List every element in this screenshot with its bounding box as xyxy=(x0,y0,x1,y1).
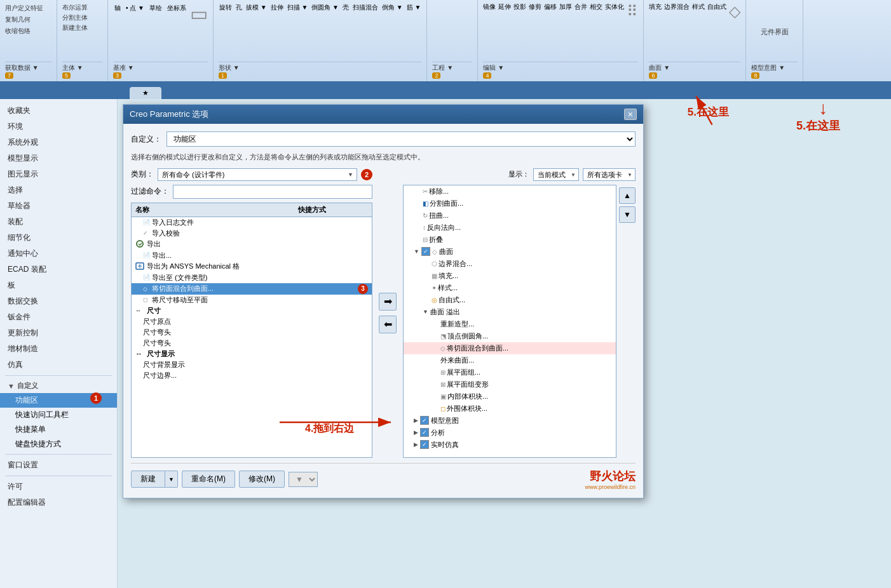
sidebar-item-quick-access[interactable]: 快速访问工具栏 xyxy=(0,408,117,422)
sidebar-item-environment[interactable]: 环境 xyxy=(0,119,117,135)
sidebar-item-config-editor[interactable]: 配置编辑器 xyxy=(0,495,117,511)
toolbar-shrink[interactable]: 收缩包络 xyxy=(5,25,51,37)
toolbar-bool[interactable]: 布尔运算 xyxy=(62,3,102,13)
col-shortcut-header[interactable]: 快捷方式 xyxy=(298,205,368,215)
cmd-item-3[interactable]: 📄 导出... xyxy=(132,250,372,261)
tree-item-style[interactable]: ✦ 样式... xyxy=(404,282,616,294)
cmd-item-4[interactable]: 导出为 ANSYS Mechanical 格 xyxy=(132,261,372,272)
tree-item-external-surface[interactable]: 外来曲面... xyxy=(404,354,616,366)
toolbar-edit[interactable]: 编辑 ▼ xyxy=(483,62,638,72)
toolbar-shell[interactable]: 壳 xyxy=(342,3,350,62)
sidebar-item-simulation[interactable]: 仿真 xyxy=(0,357,117,373)
toolbar-axis[interactable]: 轴 xyxy=(113,3,122,62)
toolbar-point[interactable]: • 点 ▼ xyxy=(125,3,146,62)
tree-item-reshape[interactable]: 重新造型... xyxy=(404,318,616,330)
toolbar-mirror[interactable]: 镜像 xyxy=(483,3,496,62)
tree-expand-realtime[interactable]: ▶ xyxy=(414,441,418,448)
tree-checkbox-analysis[interactable]: ✓ xyxy=(420,428,429,437)
cmd-item-8[interactable]: ↔ 尺寸 xyxy=(132,305,372,316)
sidebar-item-board[interactable]: 板 xyxy=(0,277,117,293)
tree-item-freestyle[interactable]: ◎ 自由式... xyxy=(404,294,616,306)
toolbar-solidify[interactable]: 实体化 xyxy=(605,3,624,62)
toolbar-fetch-data[interactable]: 获取数据 ▼ xyxy=(5,62,51,72)
tree-item-split-surface[interactable]: ◧ 分割曲面... xyxy=(404,197,616,210)
move-down-button[interactable]: ▼ xyxy=(619,206,636,223)
tree-item-internal-vol[interactable]: ▣ 内部体积块... xyxy=(404,391,616,403)
tree-expand-analysis[interactable]: ▶ xyxy=(414,429,418,436)
tree-expand-surface[interactable]: ▼ xyxy=(414,248,419,255)
tree-item-fill[interactable]: ▦ 填充... xyxy=(404,270,616,282)
toolbar-merge[interactable]: 合并 xyxy=(575,3,587,62)
toolbar-chamfer[interactable]: 倒角 ▼ xyxy=(381,3,404,62)
sidebar-item-shortcut-menu[interactable]: 快捷菜单 xyxy=(0,422,117,437)
modify-dropdown[interactable]: ▼ xyxy=(289,472,318,487)
tree-item-analysis[interactable]: ▶ ✓ 分析 xyxy=(404,427,616,439)
toolbar-surface-icon[interactable]: ◇ xyxy=(729,3,740,62)
tree-item-realtime-sim[interactable]: ▶ ✓ 实时仿真 xyxy=(404,439,616,451)
cmd-item-7[interactable]: ◻ 将尺寸移动至平面 xyxy=(132,295,372,305)
toolbar-project[interactable]: 投影 xyxy=(514,3,526,62)
modify-button[interactable]: 修改(M) xyxy=(239,471,285,488)
toolbar-plane-icon[interactable]: ▭ xyxy=(190,3,208,62)
toolbar-datum[interactable]: 基准 ▼ xyxy=(113,62,208,72)
tree-checkbox-model-intent[interactable]: ✓ xyxy=(420,416,429,425)
sidebar-item-window-settings[interactable]: 窗口设置 xyxy=(0,457,117,473)
toolbar-boundary-blend[interactable]: 边界混合 xyxy=(664,3,690,62)
toolbar-model-intent[interactable]: 模型意图 ▼ xyxy=(751,62,798,72)
toolbar-offset[interactable]: 偏移 xyxy=(544,3,557,62)
toolbar-shape[interactable]: 形状 ▼ xyxy=(219,62,421,72)
cmd-item-2[interactable]: 导出 xyxy=(132,239,372,250)
toolbar-freestyle[interactable]: 自由式 xyxy=(707,3,726,62)
cmd-item-11[interactable]: 尺寸弯头 xyxy=(132,338,372,349)
cmd-item-9[interactable]: 尺寸原点 xyxy=(132,316,372,327)
toolbar-scan[interactable]: 扫描 ▼ xyxy=(287,3,309,62)
sidebar-item-license[interactable]: 许可 xyxy=(0,479,117,495)
toolbar-copy-geo[interactable]: 复制几何 xyxy=(5,14,51,25)
sidebar-item-ribbon[interactable]: 功能区 xyxy=(0,393,117,408)
cmd-item-1[interactable]: ✓ 导入校验 xyxy=(132,228,372,239)
cmd-item-14[interactable]: 尺寸边界... xyxy=(132,370,372,381)
sidebar-item-keyboard-shortcut[interactable]: 键盘快捷方式 xyxy=(0,437,117,451)
cmd-item-0[interactable]: 📄 导入日志文件 xyxy=(132,217,372,228)
toolbar-rib[interactable]: 筋 ▼ xyxy=(406,3,422,62)
tree-item-remove[interactable]: ✂ 移除... xyxy=(404,185,616,197)
tree-item-blend-surface-highlighted[interactable]: ◇ 将切面混合到曲面... xyxy=(404,342,616,354)
tree-item-flatten-deform[interactable]: ⊠ 展平面组变形 xyxy=(404,378,616,391)
sidebar-item-additive[interactable]: 增材制造 xyxy=(0,341,117,357)
col-name-header[interactable]: 名称 xyxy=(135,205,298,215)
toolbar-thicken[interactable]: 加厚 xyxy=(559,3,572,62)
tree-item-overflow[interactable]: ▼ 曲面 溢出 xyxy=(404,306,616,318)
filter-input[interactable] xyxy=(173,185,372,199)
tab-1[interactable]: ★ xyxy=(130,87,161,99)
cmd-item-12[interactable]: ↔ 尺寸显示 xyxy=(132,349,372,359)
toolbar-pull[interactable]: 拔模 ▼ xyxy=(245,3,268,62)
toolbar-extend[interactable]: 延伸 xyxy=(498,3,511,62)
toolbar-component-interface[interactable]: 元件界面 xyxy=(751,3,798,62)
toolbar-rotate[interactable]: 旋转 xyxy=(219,3,233,62)
arrow-left-button[interactable]: ⬅ xyxy=(379,316,397,333)
tree-item-reverse[interactable]: ↕ 反向法向... xyxy=(404,222,616,234)
tree-item-external-vol[interactable]: ◻ 外围体积块... xyxy=(404,403,616,415)
move-up-button[interactable]: ▲ xyxy=(619,187,636,204)
new-button[interactable]: 新建 xyxy=(131,471,165,488)
tree-checkbox-realtime[interactable]: ✓ xyxy=(420,440,429,449)
tree-expand-overflow[interactable]: ▼ xyxy=(423,309,428,315)
toolbar-new-body[interactable]: 新建主体 xyxy=(62,23,102,33)
tree-item-model-intent[interactable]: ▶ ✓ 模型意图 xyxy=(404,415,616,427)
toolbar-fill[interactable]: 填充 xyxy=(649,3,662,62)
display-select[interactable]: 当前模式 xyxy=(533,168,579,181)
tree-item-vertex-round[interactable]: ⬔ 顶点倒圆角... xyxy=(404,330,616,342)
tree-item-boundary-blend[interactable]: ⬡ 边界混合... xyxy=(404,258,616,270)
sidebar-item-assembly[interactable]: 装配 xyxy=(0,214,117,230)
new-button-dropdown[interactable]: ▼ xyxy=(165,471,178,488)
tree-checkbox-surface[interactable]: ✓ xyxy=(421,247,430,256)
toolbar-array-icon[interactable]: ⠿ xyxy=(627,3,638,62)
sidebar-item-data-exchange[interactable]: 数据交换 xyxy=(0,293,117,309)
toolbar-user-feature[interactable]: 用户定义特征 xyxy=(5,3,51,14)
toolbar-round[interactable]: 倒圆角 ▼ xyxy=(311,3,339,62)
tree-item-flatten-group[interactable]: ⊞ 展平面组... xyxy=(404,366,616,378)
toolbar-hole[interactable]: 孔 xyxy=(235,3,243,62)
toolbar-scan-blend[interactable]: 扫描混合 xyxy=(352,3,379,62)
sidebar-item-sys-appearance[interactable]: 系统外观 xyxy=(0,135,117,150)
toolbar-body[interactable]: 主体 ▼ xyxy=(62,62,102,72)
